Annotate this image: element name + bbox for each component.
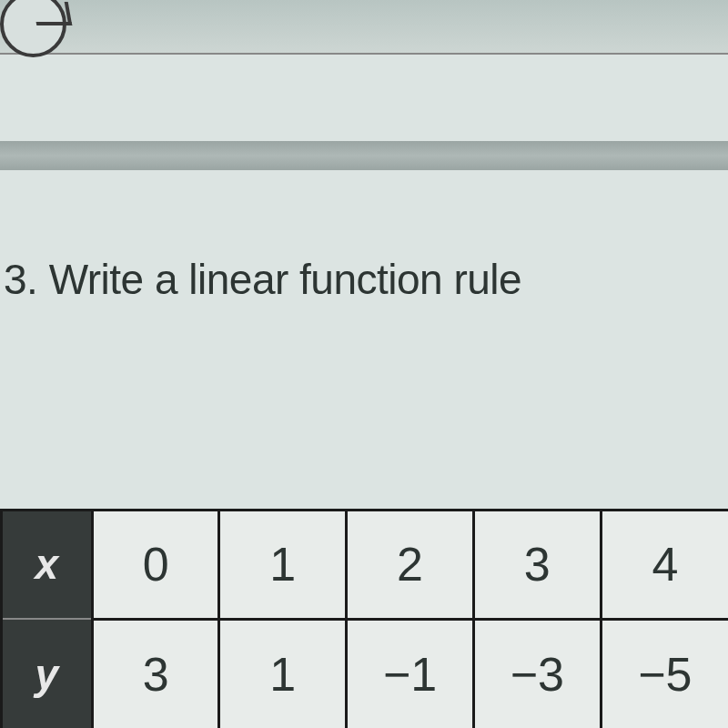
data-table-container: x 0 1 2 3 4 y 3 1 −1 −3 −5 [0,509,728,729]
question-text: 3. Write a linear function rule [0,255,728,304]
table-cell: 1 [219,510,347,619]
table-cell: −1 [347,619,474,728]
divider-band [0,141,728,170]
table-row: y 3 1 −1 −3 −5 [2,619,729,728]
question-prompt: Write a linear function rule [49,256,522,303]
table-row: x 0 1 2 3 4 [2,510,729,619]
xy-table: x 0 1 2 3 4 y 3 1 −1 −3 −5 [0,509,728,729]
table-cell: −5 [601,619,728,728]
row-header-x: x [2,510,93,619]
table-cell: −3 [473,619,601,728]
page-top-edge [0,0,728,55]
table-cell: 3 [473,510,601,619]
row-header-y: y [2,619,93,728]
table-cell: 0 [92,510,219,619]
question-number: 3. [4,256,37,303]
table-cell: 4 [601,510,728,619]
table-cell: 2 [347,510,474,619]
table-cell: 3 [92,619,219,728]
table-cell: 1 [219,619,347,728]
